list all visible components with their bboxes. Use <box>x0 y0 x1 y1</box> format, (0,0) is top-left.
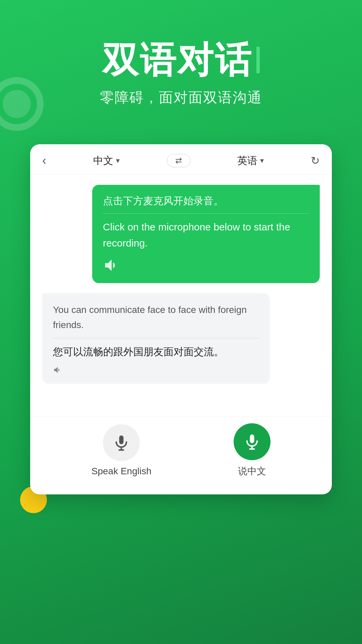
back-button[interactable]: ‹ <box>42 154 46 168</box>
mic-buttons: Speak English 说中文 <box>30 416 332 481</box>
lang-right-selector[interactable]: 英语 ▾ <box>237 154 264 168</box>
lang-right-label: 英语 <box>237 154 257 168</box>
main-title-text: 双语对话 <box>102 40 252 80</box>
main-title: 双语对话 <box>20 40 342 80</box>
refresh-button[interactable]: ↻ <box>311 154 320 167</box>
mic-chinese-button[interactable]: 说中文 <box>234 423 270 478</box>
lang-left-arrow: ▾ <box>116 156 120 165</box>
mic-circle-english <box>103 424 140 461</box>
card-header: ‹ 中文 ▾ ⇄ 英语 ▾ ↻ <box>30 144 332 175</box>
lang-left-label: 中文 <box>93 154 113 168</box>
title-cursor <box>256 47 260 73</box>
swap-button[interactable]: ⇄ <box>167 154 190 167</box>
bubble-right-wrap: 点击下方麦克风开始录音。 Click on the microphone bel… <box>42 185 320 283</box>
bubble-divider-gray <box>53 338 259 338</box>
mic-circle-chinese <box>234 423 270 460</box>
bubble-left-english: You can communicate face to face with fo… <box>53 303 259 333</box>
bubble-right-english: Click on the microphone below to start t… <box>103 219 309 251</box>
bubble-left-wrap: You can communicate face to face with fo… <box>42 293 320 384</box>
mic-chinese-label: 说中文 <box>238 465 266 478</box>
top-section: 双语对话 零障碍，面对面双语沟通 <box>0 40 362 107</box>
svg-rect-0 <box>119 435 124 444</box>
swap-icon: ⇄ <box>175 156 182 165</box>
subtitle: 零障碍，面对面双语沟通 <box>20 88 342 107</box>
bubble-divider <box>103 213 309 214</box>
bubble-right: 点击下方麦克风开始录音。 Click on the microphone bel… <box>92 185 320 283</box>
bubble-left-speaker-icon[interactable] <box>53 365 259 377</box>
lang-right-arrow: ▾ <box>260 156 264 165</box>
mic-english-label: Speak English <box>92 466 152 477</box>
lang-left-selector[interactable]: 中文 ▾ <box>93 154 120 168</box>
bubble-right-chinese: 点击下方麦克风开始录音。 <box>103 194 309 208</box>
main-card: ‹ 中文 ▾ ⇄ 英语 ▾ ↻ 点击下方麦克风开始录音。 Click on th… <box>30 144 332 494</box>
svg-rect-3 <box>250 434 254 443</box>
mic-english-button[interactable]: Speak English <box>92 424 152 477</box>
bubble-right-speaker-icon[interactable] <box>103 257 309 276</box>
bubble-left-chinese: 您可以流畅的跟外国朋友面对面交流。 <box>53 344 259 360</box>
chat-area: 点击下方麦克风开始录音。 Click on the microphone bel… <box>30 175 332 416</box>
bubble-left: You can communicate face to face with fo… <box>42 293 270 384</box>
